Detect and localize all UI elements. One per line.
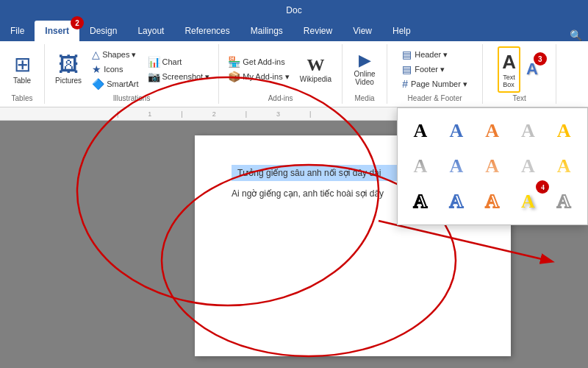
my-addins-label: My Add-ins ▾ — [243, 72, 289, 82]
tab-help[interactable]: Help — [382, 21, 421, 41]
wordart-panel: A A A A A A A A A A A A — [397, 107, 588, 225]
page-number-button[interactable]: # Page Number ▾ — [399, 77, 470, 91]
wikipedia-button[interactable]: W Wikipedia — [295, 53, 336, 86]
shapes-icon: △ — [92, 49, 100, 60]
annotation-3: 3 — [534, 52, 547, 66]
tab-review[interactable]: Review — [293, 21, 343, 41]
header-button[interactable]: ▤ Header ▾ — [399, 47, 470, 62]
icons-button[interactable]: ★ Icons — [89, 62, 141, 77]
ribbon-group-illustrations: 🖼 Pictures △ Shapes ▾ ★ Icons 🔷 SmartArt — [45, 44, 219, 104]
wordart-style-12[interactable]: A — [441, 186, 472, 217]
table-icon: ⊞ — [14, 54, 31, 75]
wordart-button[interactable]: A 3 — [523, 58, 541, 80]
search-icon[interactable]: 🔍 — [570, 29, 582, 41]
annotation-4: 4 — [536, 180, 549, 194]
wordart-style-11[interactable]: A — [405, 186, 436, 217]
screenshot-button[interactable]: 📷 Screenshot ▾ — [145, 69, 213, 84]
online-video-button[interactable]: ▶ OnlineVideo — [348, 49, 381, 89]
title-bar: Doc — [0, 0, 588, 21]
illustrations-group-label: Illustrations — [113, 94, 151, 102]
shapes-button[interactable]: △ Shapes ▾ — [89, 47, 141, 62]
pictures-button[interactable]: 🖼 Pictures — [51, 52, 86, 88]
ribbon-group-header-footer: ▤ Header ▾ ▤ Footer ▾ # Page Number ▾ He… — [387, 44, 483, 104]
my-addins-button[interactable]: 📦 My Add-ins ▾ — [225, 69, 292, 84]
my-addins-icon: 📦 — [228, 71, 240, 82]
pictures-label: Pictures — [55, 77, 82, 85]
chart-icon: 📊 — [148, 56, 160, 68]
screenshot-icon: 📷 — [148, 71, 160, 82]
wordart-style-2[interactable]: A — [441, 116, 472, 146]
chart-button[interactable]: 📊 Chart — [145, 54, 213, 69]
icons-icon: ★ — [92, 63, 101, 75]
footer-label: Footer ▾ — [415, 65, 445, 74]
wordart-style-4[interactable]: A — [512, 116, 543, 146]
wordart-style-1[interactable]: A — [405, 116, 436, 146]
sidebar-left — [0, 121, 118, 368]
get-addins-label: Get Add-ins — [243, 57, 284, 66]
header-footer-group-label: Header & Footer — [408, 94, 462, 102]
footer-button[interactable]: ▤ Footer ▾ — [399, 62, 470, 77]
tab-layout[interactable]: Layout — [127, 21, 174, 41]
tab-file[interactable]: File — [0, 21, 35, 41]
wordart-row-2: A A A A A — [405, 151, 580, 182]
ribbon-group-tables: ⊞ Table Tables — [0, 44, 45, 104]
ribbon-tabs: File Insert 2 Design Layout References M… — [0, 21, 588, 41]
main-area: Tưởng giếng sâu anh nối sợi dây dài Ai n… — [0, 121, 588, 368]
pictures-icon: 🖼 — [58, 54, 79, 75]
tab-references[interactable]: References — [174, 21, 240, 41]
tab-insert[interactable]: Insert 2 — [35, 21, 79, 41]
get-addins-icon: 🏪 — [228, 56, 240, 68]
wordart-style-9[interactable]: A — [512, 151, 543, 182]
wordart-style-15[interactable]: A — [548, 186, 579, 217]
header-label: Header ▾ — [415, 50, 448, 60]
wikipedia-label: Wikipedia — [300, 75, 331, 83]
tables-group-label: Tables — [12, 94, 33, 102]
wordart-style-7[interactable]: A — [441, 151, 472, 182]
wordart-row-3: A A A A 4 A — [405, 186, 580, 217]
ribbon: ⊞ Table Tables 🖼 Pictures △ Shapes ▾ ★ I… — [0, 41, 588, 107]
wordart-style-6[interactable]: A — [405, 151, 436, 182]
wordart-style-3[interactable]: A — [477, 116, 508, 146]
get-addins-button[interactable]: 🏪 Get Add-ins — [225, 54, 292, 69]
header-icon: ▤ — [402, 49, 412, 60]
smartart-button[interactable]: 🔷 SmartArt — [89, 77, 141, 91]
chart-label: Chart — [162, 57, 182, 66]
table-label: Table — [13, 77, 31, 85]
table-button[interactable]: ⊞ Table — [6, 52, 38, 88]
icons-label: Icons — [104, 65, 123, 74]
textbox-button[interactable]: A TextBox — [498, 46, 520, 93]
wordart-style-10[interactable]: A — [548, 151, 579, 182]
text-group-label: Text — [512, 94, 526, 102]
textbox-icon: A — [502, 51, 516, 74]
wordart-style-13[interactable]: A — [477, 186, 508, 217]
ribbon-group-text: A TextBox A 3 Text — [483, 44, 556, 104]
tab-design[interactable]: Design — [79, 21, 127, 41]
wordart-style-8[interactable]: A — [477, 151, 508, 182]
app-title: Doc — [286, 5, 301, 15]
ribbon-group-addins: 🏪 Get Add-ins 📦 My Add-ins ▾ W Wikipedia… — [219, 44, 343, 104]
smartart-label: SmartArt — [107, 79, 138, 88]
ribbon-group-media: ▶ OnlineVideo Media — [343, 44, 387, 104]
tab-mailings[interactable]: Mailings — [240, 21, 293, 41]
screenshot-label: Screenshot ▾ — [162, 72, 210, 82]
online-video-icon: ▶ — [359, 52, 371, 68]
shapes-label: Shapes ▾ — [102, 50, 136, 60]
online-video-label: OnlineVideo — [354, 70, 376, 86]
wordart-row-1: A A A A A — [405, 116, 580, 146]
wikipedia-icon: W — [306, 56, 324, 74]
tab-view[interactable]: View — [343, 21, 382, 41]
wordart-style-5[interactable]: A — [548, 116, 579, 146]
addins-group-label: Add-ins — [268, 94, 293, 102]
annotation-2: 2 — [71, 16, 84, 29]
footer-icon: ▤ — [402, 63, 412, 75]
wordart-style-14[interactable]: A 4 — [512, 186, 543, 217]
media-group-label: Media — [354, 94, 374, 102]
smartart-icon: 🔷 — [92, 78, 104, 90]
page-number-label: Page Number ▾ — [411, 79, 467, 89]
textbox-label: TextBox — [503, 74, 515, 88]
page-number-icon: # — [402, 78, 408, 90]
